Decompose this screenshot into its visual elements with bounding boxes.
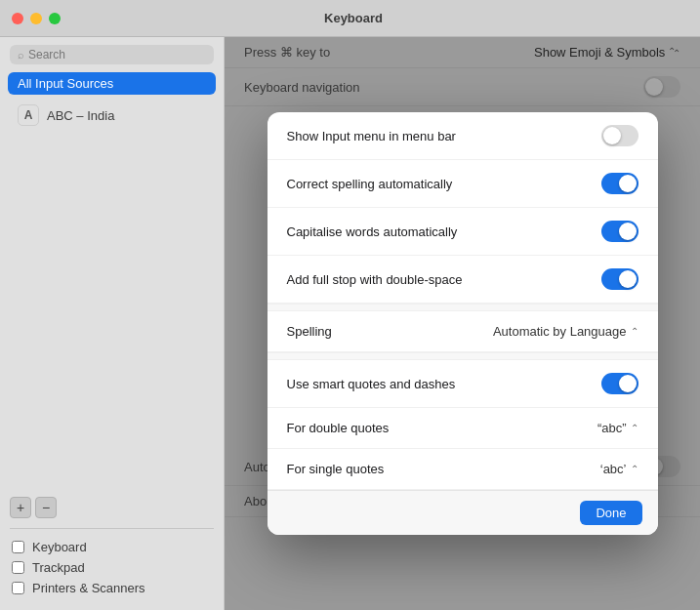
search-input[interactable] bbox=[28, 48, 206, 61]
sidebar-bottom-controls: + − bbox=[0, 491, 224, 524]
keyboard-checkbox[interactable] bbox=[12, 541, 24, 553]
abc-india-icon: A bbox=[18, 104, 39, 126]
sidebar-divider bbox=[10, 528, 214, 529]
capitalise-words-label: Capitalise words automatically bbox=[287, 224, 458, 239]
smart-quotes-label: Use smart quotes and dashes bbox=[287, 377, 456, 391]
spelling-row: Spelling Automatic by Language ⌃ bbox=[268, 311, 658, 352]
bottom-item-trackpad[interactable]: Trackpad bbox=[0, 557, 224, 578]
single-quotes-chevron: ⌃ bbox=[631, 464, 638, 474]
add-full-stop-row: Add full stop with double-space bbox=[268, 256, 658, 304]
show-input-menu-row: Show Input menu in menu bar bbox=[268, 112, 658, 160]
fullscreen-button[interactable] bbox=[49, 13, 61, 24]
correct-spelling-row: Correct spelling automatically bbox=[268, 160, 658, 208]
show-input-menu-label: Show Input menu in menu bar bbox=[287, 129, 456, 143]
done-button[interactable]: Done bbox=[580, 501, 641, 525]
close-button[interactable] bbox=[12, 13, 23, 24]
printers-label: Printers & Scanners bbox=[32, 581, 145, 595]
sidebar-item-abc-india[interactable]: A ABC – India bbox=[8, 101, 216, 130]
add-full-stop-toggle[interactable] bbox=[601, 268, 638, 290]
modal-section-gap-2 bbox=[268, 352, 658, 360]
printers-checkbox[interactable] bbox=[12, 582, 24, 594]
bottom-item-printers[interactable]: Printers & Scanners bbox=[0, 578, 224, 598]
spelling-label: Spelling bbox=[287, 324, 332, 339]
bottom-items: Keyboard Trackpad Printers & Scanners bbox=[0, 533, 224, 602]
add-full-stop-label: Add full stop with double-space bbox=[287, 272, 463, 287]
title-bar: Keyboard bbox=[0, 0, 700, 37]
spelling-chevron: ⌃ bbox=[631, 326, 638, 337]
sidebar: ⌕ All Input Sources A ABC – India + − Ke… bbox=[0, 37, 225, 610]
double-quotes-chevron: ⌃ bbox=[631, 423, 638, 433]
double-quotes-row: For double quotes “abc” ⌃ bbox=[268, 408, 658, 449]
spelling-value: Automatic by Language bbox=[493, 324, 627, 339]
show-input-menu-toggle[interactable] bbox=[601, 125, 638, 146]
main-layout: ⌕ All Input Sources A ABC – India + − Ke… bbox=[0, 37, 700, 610]
single-quotes-row: For single quotes ‘abc’ ⌃ bbox=[268, 449, 658, 490]
spelling-select[interactable]: Automatic by Language ⌃ bbox=[493, 324, 638, 339]
modal-footer: Done bbox=[268, 490, 658, 535]
add-source-button[interactable]: + bbox=[10, 497, 31, 518]
correct-spelling-toggle[interactable] bbox=[601, 173, 638, 194]
double-quotes-value: “abc” bbox=[597, 421, 627, 435]
abc-india-label: ABC – India bbox=[47, 108, 114, 123]
capitalise-words-row: Capitalise words automatically bbox=[268, 208, 658, 256]
minimize-button[interactable] bbox=[30, 13, 42, 24]
correct-spelling-label: Correct spelling automatically bbox=[287, 177, 453, 191]
capitalise-words-toggle[interactable] bbox=[601, 221, 638, 242]
modal-section-gap-1 bbox=[268, 304, 658, 311]
remove-source-button[interactable]: − bbox=[35, 497, 57, 518]
keyboard-label: Keyboard bbox=[32, 540, 87, 554]
single-quotes-select[interactable]: ‘abc’ ⌃ bbox=[600, 462, 638, 476]
double-quotes-select[interactable]: “abc” ⌃ bbox=[597, 421, 638, 435]
single-quotes-value: ‘abc’ bbox=[600, 462, 627, 476]
sidebar-item-all-input-sources[interactable]: All Input Sources bbox=[8, 72, 216, 95]
modal-overlay: Show Input menu in menu bar Correct spel… bbox=[225, 37, 700, 610]
smart-quotes-row: Use smart quotes and dashes bbox=[268, 360, 658, 408]
modal-dialog: Show Input menu in menu bar Correct spel… bbox=[268, 112, 658, 535]
sidebar-item-label: All Input Sources bbox=[18, 76, 113, 91]
smart-quotes-toggle[interactable] bbox=[601, 373, 638, 394]
single-quotes-label: For single quotes bbox=[287, 462, 385, 476]
trackpad-checkbox[interactable] bbox=[12, 561, 24, 574]
bottom-item-keyboard[interactable]: Keyboard bbox=[0, 537, 224, 557]
search-icon: ⌕ bbox=[18, 49, 24, 61]
search-bar[interactable]: ⌕ bbox=[10, 45, 214, 64]
content-area: Press ⌘ key to Show Emoji & Symbols ⌃ Ke… bbox=[225, 37, 700, 610]
double-quotes-label: For double quotes bbox=[287, 421, 390, 435]
trackpad-label: Trackpad bbox=[32, 560, 85, 575]
window-title: Keyboard bbox=[67, 11, 639, 25]
